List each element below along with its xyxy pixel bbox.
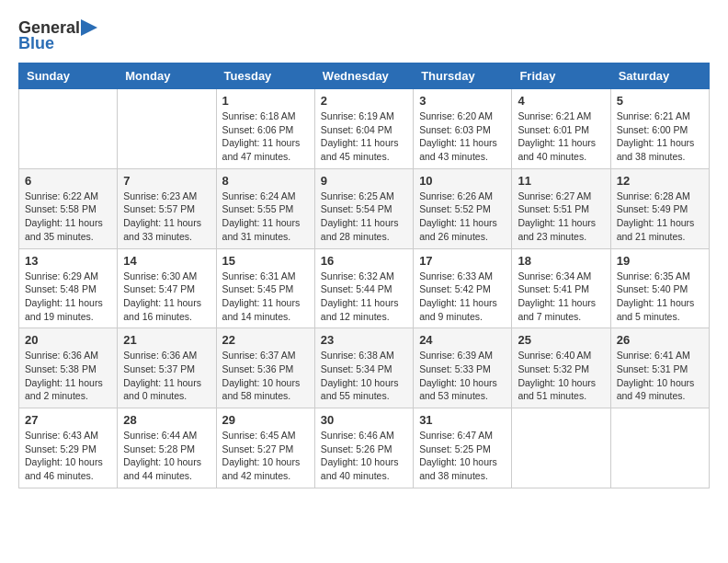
day-info: Sunrise: 6:40 AM Sunset: 5:32 PM Dayligh… [518,349,604,403]
calendar-cell: 6Sunrise: 6:22 AM Sunset: 5:58 PM Daylig… [19,168,118,248]
calendar-header-row: SundayMondayTuesdayWednesdayThursdayFrid… [19,63,710,89]
day-number: 30 [321,413,407,427]
calendar-week-row: 1Sunrise: 6:18 AM Sunset: 6:06 PM Daylig… [19,89,710,169]
calendar-cell: 10Sunrise: 6:26 AM Sunset: 5:52 PM Dayli… [414,168,512,248]
day-number: 29 [222,413,309,427]
page-header: General Blue [18,18,710,53]
logo-blue-text: Blue [18,34,54,53]
day-info: Sunrise: 6:43 AM Sunset: 5:29 PM Dayligh… [25,429,111,483]
calendar-cell [610,408,709,488]
day-info: Sunrise: 6:35 AM Sunset: 5:40 PM Dayligh… [617,270,703,324]
logo: General Blue [18,18,97,53]
day-info: Sunrise: 6:44 AM Sunset: 5:28 PM Dayligh… [123,429,210,483]
day-number: 11 [518,174,604,188]
day-number: 23 [321,333,407,347]
calendar-cell [19,89,118,169]
day-info: Sunrise: 6:33 AM Sunset: 5:42 PM Dayligh… [419,270,506,324]
day-info: Sunrise: 6:24 AM Sunset: 5:55 PM Dayligh… [222,190,309,244]
calendar-cell: 9Sunrise: 6:25 AM Sunset: 5:54 PM Daylig… [314,168,413,248]
day-info: Sunrise: 6:20 AM Sunset: 6:03 PM Dayligh… [419,109,506,164]
calendar-cell: 18Sunrise: 6:34 AM Sunset: 5:41 PM Dayli… [512,248,610,328]
calendar-cell: 14Sunrise: 6:30 AM Sunset: 5:47 PM Dayli… [118,248,216,328]
calendar-cell: 17Sunrise: 6:33 AM Sunset: 5:42 PM Dayli… [414,248,512,328]
day-info: Sunrise: 6:32 AM Sunset: 5:44 PM Dayligh… [321,270,407,324]
calendar-cell: 13Sunrise: 6:29 AM Sunset: 5:48 PM Dayli… [19,248,118,328]
day-info: Sunrise: 6:36 AM Sunset: 5:38 PM Dayligh… [25,349,111,403]
svg-marker-0 [81,19,97,36]
day-number: 5 [617,94,703,108]
calendar-cell: 31Sunrise: 6:47 AM Sunset: 5:25 PM Dayli… [414,408,512,488]
day-info: Sunrise: 6:45 AM Sunset: 5:27 PM Dayligh… [222,429,309,483]
day-number: 10 [419,174,506,188]
day-header-tuesday: Tuesday [216,63,314,89]
day-number: 18 [518,254,604,268]
day-info: Sunrise: 6:46 AM Sunset: 5:26 PM Dayligh… [321,429,407,483]
day-number: 16 [321,254,407,268]
day-header-wednesday: Wednesday [314,63,413,89]
day-info: Sunrise: 6:26 AM Sunset: 5:52 PM Dayligh… [419,190,506,244]
day-number: 4 [518,94,604,108]
day-header-friday: Friday [512,63,610,89]
calendar-week-row: 27Sunrise: 6:43 AM Sunset: 5:29 PM Dayli… [19,408,710,488]
day-info: Sunrise: 6:19 AM Sunset: 6:04 PM Dayligh… [321,109,407,164]
logo-arrow-icon [81,19,97,36]
calendar-cell: 8Sunrise: 6:24 AM Sunset: 5:55 PM Daylig… [216,168,314,248]
day-number: 9 [321,174,407,188]
day-info: Sunrise: 6:39 AM Sunset: 5:33 PM Dayligh… [419,349,506,403]
calendar-cell: 28Sunrise: 6:44 AM Sunset: 5:28 PM Dayli… [118,408,216,488]
day-number: 3 [419,94,506,108]
day-info: Sunrise: 6:36 AM Sunset: 5:37 PM Dayligh… [123,349,210,403]
calendar-cell [118,89,216,169]
calendar-cell: 4Sunrise: 6:21 AM Sunset: 6:01 PM Daylig… [512,89,610,169]
day-info: Sunrise: 6:41 AM Sunset: 5:31 PM Dayligh… [617,349,703,403]
day-number: 26 [617,333,703,347]
day-header-thursday: Thursday [414,63,512,89]
day-info: Sunrise: 6:22 AM Sunset: 5:58 PM Dayligh… [25,190,111,244]
day-number: 25 [518,333,604,347]
day-number: 27 [25,413,111,427]
day-info: Sunrise: 6:21 AM Sunset: 6:00 PM Dayligh… [617,109,703,164]
day-info: Sunrise: 6:30 AM Sunset: 5:47 PM Dayligh… [123,270,210,324]
day-number: 17 [419,254,506,268]
day-info: Sunrise: 6:28 AM Sunset: 5:49 PM Dayligh… [617,190,703,244]
calendar-cell: 1Sunrise: 6:18 AM Sunset: 6:06 PM Daylig… [216,89,314,169]
day-info: Sunrise: 6:47 AM Sunset: 5:25 PM Dayligh… [419,429,506,483]
day-number: 12 [617,174,703,188]
day-info: Sunrise: 6:25 AM Sunset: 5:54 PM Dayligh… [321,190,407,244]
day-number: 31 [419,413,506,427]
calendar-table: SundayMondayTuesdayWednesdayThursdayFrid… [18,63,710,488]
day-info: Sunrise: 6:29 AM Sunset: 5:48 PM Dayligh… [25,270,111,324]
day-number: 14 [123,254,210,268]
day-number: 24 [419,333,506,347]
calendar-cell: 23Sunrise: 6:38 AM Sunset: 5:34 PM Dayli… [314,328,413,408]
day-number: 2 [321,94,407,108]
calendar-cell: 12Sunrise: 6:28 AM Sunset: 5:49 PM Dayli… [610,168,709,248]
day-number: 15 [222,254,309,268]
day-info: Sunrise: 6:21 AM Sunset: 6:01 PM Dayligh… [518,109,604,164]
day-number: 22 [222,333,309,347]
day-info: Sunrise: 6:37 AM Sunset: 5:36 PM Dayligh… [222,349,309,403]
calendar-week-row: 20Sunrise: 6:36 AM Sunset: 5:38 PM Dayli… [19,328,710,408]
calendar-cell: 20Sunrise: 6:36 AM Sunset: 5:38 PM Dayli… [19,328,118,408]
day-header-saturday: Saturday [610,63,709,89]
day-header-monday: Monday [118,63,216,89]
calendar-cell: 15Sunrise: 6:31 AM Sunset: 5:45 PM Dayli… [216,248,314,328]
calendar-cell: 7Sunrise: 6:23 AM Sunset: 5:57 PM Daylig… [118,168,216,248]
day-number: 7 [123,174,210,188]
calendar-cell: 22Sunrise: 6:37 AM Sunset: 5:36 PM Dayli… [216,328,314,408]
calendar-cell [512,408,610,488]
calendar-cell: 29Sunrise: 6:45 AM Sunset: 5:27 PM Dayli… [216,408,314,488]
day-number: 21 [123,333,210,347]
day-number: 19 [617,254,703,268]
day-number: 13 [25,254,111,268]
calendar-cell: 16Sunrise: 6:32 AM Sunset: 5:44 PM Dayli… [314,248,413,328]
calendar-cell: 5Sunrise: 6:21 AM Sunset: 6:00 PM Daylig… [610,89,709,169]
calendar-cell: 2Sunrise: 6:19 AM Sunset: 6:04 PM Daylig… [314,89,413,169]
day-info: Sunrise: 6:31 AM Sunset: 5:45 PM Dayligh… [222,270,309,324]
calendar-week-row: 13Sunrise: 6:29 AM Sunset: 5:48 PM Dayli… [19,248,710,328]
day-info: Sunrise: 6:18 AM Sunset: 6:06 PM Dayligh… [222,109,309,164]
day-info: Sunrise: 6:34 AM Sunset: 5:41 PM Dayligh… [518,270,604,324]
calendar-cell: 26Sunrise: 6:41 AM Sunset: 5:31 PM Dayli… [610,328,709,408]
calendar-cell: 19Sunrise: 6:35 AM Sunset: 5:40 PM Dayli… [610,248,709,328]
calendar-cell: 25Sunrise: 6:40 AM Sunset: 5:32 PM Dayli… [512,328,610,408]
